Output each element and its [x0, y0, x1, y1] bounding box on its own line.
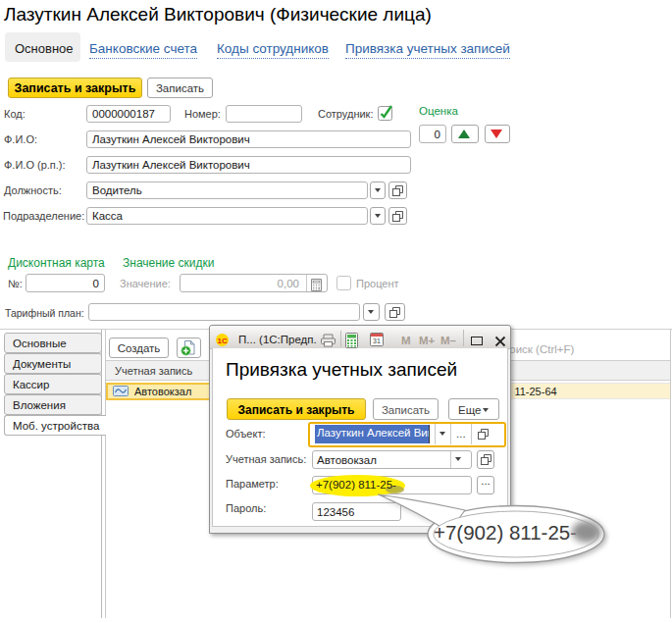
svg-text:1С: 1С [217, 337, 227, 345]
svg-text:31: 31 [373, 337, 381, 344]
